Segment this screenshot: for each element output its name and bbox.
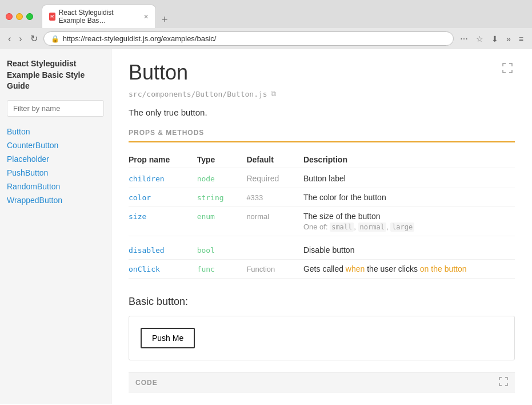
refresh-button[interactable]: ↻ bbox=[28, 32, 40, 45]
copy-icon[interactable]: ⧉ bbox=[271, 89, 276, 98]
filter-input[interactable] bbox=[7, 100, 104, 117]
col-header-name: Prop name bbox=[129, 152, 197, 168]
tab-close-icon[interactable]: ✕ bbox=[143, 13, 149, 21]
code-section-header: CODE bbox=[129, 372, 515, 393]
sidebar-nav: Button CounterButton Placeholder PushBut… bbox=[7, 126, 104, 206]
props-section: PROPS & METHODS Prop name Type Default D… bbox=[129, 129, 515, 279]
col-header-type: Type bbox=[197, 152, 247, 168]
new-tab-button[interactable]: + bbox=[157, 11, 173, 28]
prop-desc-size-sub: One of: small, normal, large bbox=[303, 223, 515, 231]
menu-button[interactable]: ≡ bbox=[516, 33, 526, 45]
download-button[interactable]: ⬇ bbox=[489, 33, 501, 45]
sidebar-item-placeholder[interactable]: Placeholder bbox=[7, 153, 104, 165]
prop-name-disabled: disabled bbox=[129, 246, 165, 255]
prop-type-enum: enum bbox=[197, 212, 215, 221]
file-path-text: src/components/Button/Button.js bbox=[129, 90, 267, 98]
prop-type-func: func bbox=[197, 265, 215, 273]
highlight-on: on bbox=[420, 264, 429, 273]
prop-desc-size: The size of the button bbox=[303, 212, 381, 221]
sidebar: React Styleguidist Example Basic Style G… bbox=[0, 49, 111, 404]
prop-desc-color: The color for the button bbox=[303, 193, 386, 202]
props-heading: PROPS & METHODS bbox=[129, 129, 515, 142]
address-bar[interactable]: 🔒 https://react-styleguidist.js.org/exam… bbox=[43, 31, 454, 46]
prop-name-onclick: onClick bbox=[129, 265, 160, 273]
browser-chrome: R React Styleguidist Example Bas… ✕ + ‹ … bbox=[0, 0, 532, 49]
prop-default-color: #333 bbox=[246, 193, 263, 202]
prop-default-size: normal bbox=[246, 212, 269, 221]
table-row: children node Required Button label bbox=[129, 168, 515, 188]
prop-type-bool: bool bbox=[197, 246, 215, 255]
main-content: Button src/components/Button/Button.js ⧉… bbox=[111, 49, 532, 404]
sidebar-title: React Styleguidist Example Basic Style G… bbox=[7, 58, 104, 92]
sidebar-item-randombutton[interactable]: RandomButton bbox=[7, 181, 104, 192]
push-me-button[interactable]: Push Me bbox=[141, 328, 195, 348]
table-row: onClick func Function Gets called when t… bbox=[129, 260, 515, 279]
example-title: Basic button: bbox=[129, 296, 515, 308]
prop-name-size: size bbox=[129, 212, 146, 221]
security-lock-icon: 🔒 bbox=[51, 35, 59, 43]
sidebar-item-counterbutton[interactable]: CounterButton bbox=[7, 140, 104, 151]
col-header-description: Description bbox=[303, 152, 515, 168]
minimize-window-dot[interactable] bbox=[16, 13, 23, 20]
prop-default-required: Required bbox=[246, 174, 279, 183]
example-box: Push Me bbox=[129, 316, 515, 360]
back-button[interactable]: ‹ bbox=[6, 33, 13, 45]
extensions-button[interactable]: » bbox=[503, 33, 514, 45]
code-label: CODE bbox=[135, 379, 158, 387]
highlight-when: when bbox=[346, 264, 365, 273]
url-text: https://react-styleguidist.js.org/exampl… bbox=[63, 34, 446, 43]
prop-type-string: string bbox=[197, 193, 224, 202]
props-table: Prop name Type Default Description child… bbox=[129, 152, 515, 279]
table-row: color string #333 The color for the butt… bbox=[129, 188, 515, 207]
app-layout: React Styleguidist Example Basic Style G… bbox=[0, 49, 532, 404]
highlight-the-button: the button bbox=[431, 264, 466, 273]
bookmark-button[interactable]: ☆ bbox=[473, 33, 486, 45]
sidebar-item-button[interactable]: Button bbox=[7, 126, 104, 137]
component-description: The only true button. bbox=[129, 108, 515, 117]
prop-default-onclick: Function bbox=[246, 265, 275, 273]
code-expand-button[interactable] bbox=[499, 377, 508, 388]
file-path: src/components/Button/Button.js ⧉ bbox=[129, 89, 515, 98]
prop-name-children: children bbox=[129, 174, 165, 183]
prop-desc-onclick: Gets called when the user clicks on the … bbox=[303, 264, 467, 273]
close-window-dot[interactable] bbox=[6, 13, 13, 20]
table-row: disabled bool Disable button bbox=[129, 236, 515, 260]
sidebar-item-wrappedbutton[interactable]: WrappedButton bbox=[7, 194, 104, 206]
toolbar-right-icons: ⋯ ☆ ⬇ » ≡ bbox=[457, 33, 526, 45]
browser-tabs: R React Styleguidist Example Bas… ✕ + bbox=[42, 5, 173, 28]
prop-type-node: node bbox=[197, 174, 215, 183]
component-title: Button bbox=[129, 61, 188, 85]
browser-toolbar: ‹ › ↻ 🔒 https://react-styleguidist.js.or… bbox=[0, 28, 532, 49]
col-header-default: Default bbox=[246, 152, 303, 168]
sidebar-item-pushbutton[interactable]: PushButton bbox=[7, 167, 104, 178]
fullscreen-button[interactable] bbox=[500, 61, 515, 78]
prop-name-color: color bbox=[129, 193, 151, 202]
prop-desc-disabled: Disable button bbox=[303, 245, 355, 255]
example-section: Basic button: Push Me bbox=[129, 296, 515, 360]
tab-favicon: R bbox=[49, 13, 55, 21]
more-options-button[interactable]: ⋯ bbox=[457, 33, 471, 45]
component-header: Button bbox=[129, 61, 515, 89]
browser-titlebar: R React Styleguidist Example Bas… ✕ + bbox=[0, 0, 532, 28]
table-row: size enum normal The size of the button … bbox=[129, 207, 515, 236]
forward-button[interactable]: › bbox=[17, 33, 24, 45]
browser-dots bbox=[6, 13, 33, 20]
active-tab[interactable]: R React Styleguidist Example Bas… ✕ bbox=[42, 5, 156, 28]
prop-desc-children: Button label bbox=[303, 174, 346, 183]
tab-label: React Styleguidist Example Bas… bbox=[59, 9, 138, 25]
maximize-window-dot[interactable] bbox=[26, 13, 33, 20]
